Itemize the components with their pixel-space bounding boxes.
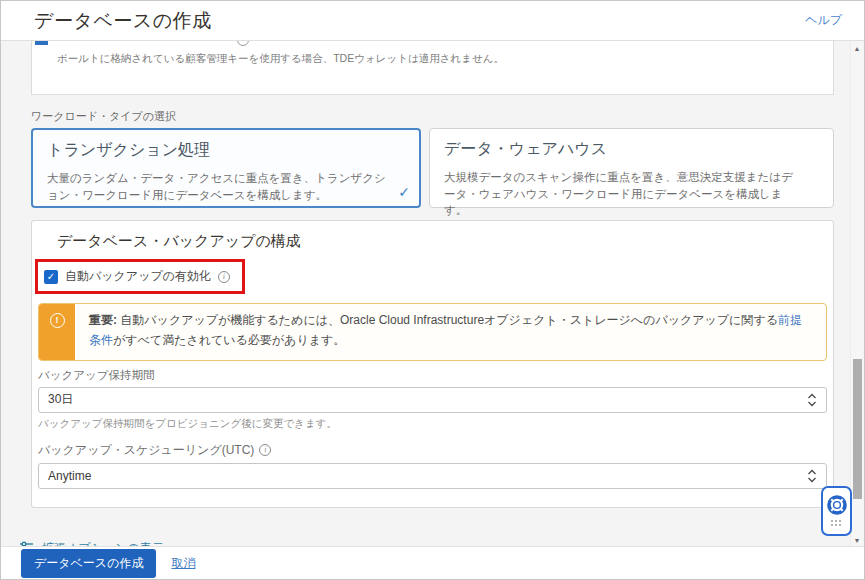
- warning-banner: ! 重要: 自動バックアップが機能するためには、Oracle Cloud Inf…: [38, 303, 827, 361]
- create-database-button[interactable]: データベースの作成: [21, 549, 156, 578]
- help-widget[interactable]: [821, 486, 852, 536]
- tde-note-text: ボールトに格納されている顧客管理キーを使用する場合、TDEウォレットは適用されま…: [32, 41, 833, 66]
- scheduling-label-row: バックアップ・スケジューリング(UTC) i: [38, 442, 827, 459]
- selected-check-icon: ✓: [398, 184, 410, 200]
- auto-backup-label: 自動バックアップの有効化: [65, 268, 211, 285]
- scheduling-select[interactable]: Anytime: [38, 463, 827, 489]
- page-header: データベースの作成 ヘルプ: [1, 1, 864, 41]
- warning-icon: !: [50, 313, 65, 328]
- lifebuoy-icon: [827, 495, 847, 515]
- footer-bar: データベースの作成 取消: [1, 546, 864, 579]
- warning-stripe: !: [39, 304, 75, 360]
- retention-value: 30日: [48, 391, 73, 408]
- content-area: ボールトに格納されている顧客管理キーを使用する場合、TDEウォレットは適用されま…: [1, 41, 864, 557]
- select-chevrons-icon: [807, 468, 817, 484]
- workload-card-transaction[interactable]: トランザクション処理 大量のランダム・データ・アクセスに重点を置き、トランザクシ…: [31, 128, 421, 208]
- scroll-up-arrow[interactable]: ▲: [851, 45, 863, 52]
- warning-prefix: 重要:: [89, 313, 117, 327]
- scheduling-label: バックアップ・スケジューリング(UTC): [38, 442, 254, 459]
- retention-helper-text: バックアップ保持期間をプロビジョニング後に変更できます。: [38, 417, 827, 431]
- warning-body-2: がすべて満たされている必要があります。: [113, 333, 345, 347]
- tde-wallet-panel: ボールトに格納されている顧客管理キーを使用する場合、TDEウォレットは適用されま…: [31, 41, 834, 95]
- page-title: データベースの作成: [34, 8, 212, 34]
- scrollbar[interactable]: ▲ ▼: [850, 42, 863, 547]
- red-highlight-box: ✓ 自動バックアップの有効化 i: [35, 259, 245, 294]
- scroll-down-arrow[interactable]: ▼: [851, 537, 863, 544]
- card-title: トランザクション処理: [47, 140, 405, 161]
- scheduling-value: Anytime: [48, 469, 91, 483]
- workload-card-warehouse[interactable]: データ・ウェアハウス 大規模データのスキャン操作に重点を置き、意思決定支援または…: [429, 128, 834, 208]
- retention-select[interactable]: 30日: [38, 387, 827, 413]
- card-description: 大量のランダム・データ・アクセスに重点を置き、トランザクション・ワークロード用に…: [47, 170, 405, 203]
- dots-grid-icon: [831, 520, 843, 528]
- create-database-page: データベースの作成 ヘルプ ボールトに格納されている顧客管理キーを使用する場合、…: [0, 0, 865, 580]
- cancel-link[interactable]: 取消: [171, 555, 195, 572]
- info-icon[interactable]: i: [218, 271, 230, 283]
- warning-text: 重要: 自動バックアップが機能するためには、Oracle Cloud Infra…: [75, 304, 826, 360]
- backup-config-panel: データベース・バックアップの構成 ✓ 自動バックアップの有効化 i ! 重要: …: [31, 220, 834, 508]
- backup-section-title: データベース・バックアップの構成: [57, 232, 827, 251]
- card-description: 大規模データのスキャン操作に重点を置き、意思決定支援またはデータ・ウェアハウス・…: [444, 169, 819, 219]
- scrollbar-thumb[interactable]: [853, 359, 862, 499]
- retention-label: バックアップ保持期間: [38, 368, 827, 383]
- workload-type-label: ワークロード・タイプの選択: [31, 109, 834, 124]
- warning-body-1: 自動バックアップが機能するためには、Oracle Cloud Infrastru…: [117, 313, 778, 327]
- cutoff-checkbox-fragment[interactable]: [35, 41, 48, 45]
- help-link[interactable]: ヘルプ: [805, 12, 842, 29]
- workload-cards: トランザクション処理 大量のランダム・データ・アクセスに重点を置き、トランザクシ…: [31, 128, 834, 208]
- card-title: データ・ウェアハウス: [444, 139, 819, 160]
- info-icon[interactable]: i: [259, 444, 271, 456]
- select-chevrons-icon: [807, 392, 817, 408]
- auto-backup-checkbox[interactable]: ✓: [44, 270, 58, 284]
